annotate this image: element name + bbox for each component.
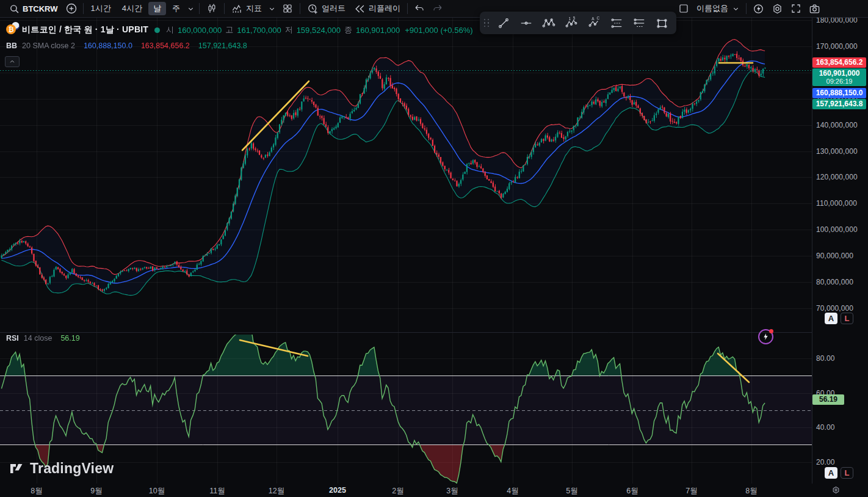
instant-order-button[interactable] bbox=[758, 329, 773, 344]
chevron-down-icon bbox=[269, 5, 275, 12]
low-label: 저 bbox=[285, 24, 293, 35]
indicator-value-badge: 157,921,643.8 bbox=[812, 99, 866, 109]
symbol-legend[interactable]: ₿ 비트코인 / 한국 원 · 1날 · UPBIT 시 160,000,000… bbox=[6, 24, 473, 36]
rectangle-tool-button[interactable] bbox=[650, 13, 673, 32]
layout-name-button[interactable]: 이름없음 bbox=[692, 1, 743, 16]
camera-icon bbox=[809, 3, 820, 15]
time-tick: 12월 bbox=[269, 486, 284, 496]
svg-text:1: 1 bbox=[568, 16, 571, 21]
elliott-impulse-wave-icon: 15 bbox=[565, 16, 578, 30]
separator bbox=[199, 3, 200, 14]
price-axis[interactable]: 180,000,000170,000,000160,000,000150,000… bbox=[812, 17, 868, 484]
auto-scale-button[interactable]: A bbox=[825, 313, 837, 324]
current-price-badge: 160,901,00009:26:19 bbox=[812, 68, 866, 86]
candlestick-icon bbox=[206, 3, 217, 14]
price-tick: 90,000,000 bbox=[816, 252, 853, 260]
elliott-impulse-wave-tool-button[interactable]: 15 bbox=[560, 13, 582, 32]
separator bbox=[224, 3, 225, 14]
abc-pattern-tool-button[interactable]: AC bbox=[582, 13, 605, 32]
change-value: +901,000 (+0.56%) bbox=[405, 26, 472, 35]
grid-layout-button[interactable] bbox=[278, 1, 297, 16]
timeframe-button-주[interactable]: 주 bbox=[167, 2, 185, 15]
time-tick: 7월 bbox=[685, 486, 697, 496]
timeframe-button-날[interactable]: 날 bbox=[148, 2, 166, 15]
replay-button[interactable]: 리플레이 bbox=[350, 1, 405, 16]
svg-text:A: A bbox=[591, 16, 595, 21]
long-position-tool-button[interactable] bbox=[605, 13, 627, 32]
fullscreen-button[interactable] bbox=[787, 1, 805, 16]
price-chart-canvas[interactable] bbox=[0, 17, 812, 484]
separator bbox=[83, 3, 84, 14]
rectangle-icon bbox=[655, 16, 668, 30]
symbol-name: BTCKRW bbox=[23, 4, 58, 13]
indicator-templates-button[interactable] bbox=[266, 1, 278, 16]
badge-price: 163,854,656.2 bbox=[816, 58, 863, 67]
gear-icon bbox=[772, 3, 783, 15]
bb-indicator-legend[interactable]: BB 20 SMA close 2 160,888,150.0 163,854,… bbox=[6, 42, 247, 50]
search-icon bbox=[9, 4, 20, 14]
time-tick: 5월 bbox=[566, 486, 577, 496]
settings-button[interactable] bbox=[768, 1, 787, 16]
time-axis[interactable]: 8월9월10월11월12월20252월3월4월5월6월7월8월 bbox=[0, 484, 868, 497]
drag-handle[interactable] bbox=[482, 17, 491, 29]
toolbar-left-group: BTCKRW 1시간4시간날주 지표 얼러트 bbox=[0, 0, 447, 17]
single-layout-icon bbox=[678, 3, 689, 14]
rsi-log-scale-button[interactable]: L bbox=[841, 467, 853, 479]
price-tick: 130,000,000 bbox=[816, 147, 858, 156]
timeframe-button-1시간[interactable]: 1시간 bbox=[86, 2, 116, 15]
undo-button[interactable] bbox=[410, 1, 429, 16]
bb-basis-value: 160,888,150.0 bbox=[84, 42, 132, 50]
bar-countdown: 09:26:19 bbox=[812, 78, 866, 86]
timeframe-button-4시간[interactable]: 4시간 bbox=[117, 2, 147, 15]
alert-button[interactable]: 얼러트 bbox=[303, 1, 350, 16]
rsi-tick: 20.00 bbox=[816, 458, 835, 466]
replay-label: 리플레이 bbox=[369, 3, 400, 14]
svg-text:5: 5 bbox=[573, 16, 575, 20]
rsi-auto-scale-button[interactable]: A bbox=[825, 467, 837, 479]
time-tick: 11월 bbox=[209, 486, 225, 496]
compare-add-button[interactable] bbox=[62, 1, 81, 16]
layout-select-button[interactable] bbox=[675, 1, 692, 16]
time-axis-settings-button[interactable] bbox=[831, 485, 841, 497]
timeframe-group: 1시간4시간날주 bbox=[86, 2, 185, 15]
redo-button[interactable] bbox=[429, 1, 447, 16]
price-scale-mode-group: A L bbox=[825, 313, 853, 324]
chevron-down-icon bbox=[187, 5, 194, 12]
bb-params: 20 SMA close 2 bbox=[22, 42, 75, 50]
horizontal-line-tool-button[interactable] bbox=[515, 13, 537, 32]
xabcd-pattern-tool-button[interactable] bbox=[537, 13, 560, 32]
timeframe-menu-button[interactable] bbox=[185, 1, 197, 16]
symbol-search-button[interactable]: BTCKRW bbox=[5, 1, 62, 16]
grid-icon bbox=[282, 3, 293, 14]
time-tick: 9월 bbox=[90, 486, 102, 496]
bitcoin-icon: ₿ bbox=[6, 24, 18, 36]
price-tick: 70,000,000 bbox=[816, 304, 853, 313]
badge-price: 160,901,000 bbox=[819, 69, 860, 78]
tradingview-logo[interactable]: TradingView bbox=[9, 460, 114, 477]
collapse-legend-button[interactable] bbox=[5, 56, 20, 67]
rsi-value: 56.19 bbox=[60, 334, 79, 343]
log-scale-button[interactable]: L bbox=[841, 313, 853, 324]
xabcd-pattern-icon bbox=[542, 16, 555, 30]
indicators-icon bbox=[231, 3, 243, 15]
trend-line-tool-button[interactable] bbox=[492, 13, 515, 32]
tradingview-mark-icon bbox=[9, 460, 25, 477]
short-position-icon bbox=[632, 16, 646, 30]
time-tick: 3월 bbox=[446, 486, 458, 496]
short-position-tool-button[interactable] bbox=[627, 13, 650, 32]
chevron-down-icon bbox=[732, 5, 739, 12]
rsi-params: 14 close bbox=[24, 334, 52, 343]
svg-text:C: C bbox=[596, 16, 599, 20]
time-tick: 8월 bbox=[31, 486, 42, 496]
quick-search-button[interactable] bbox=[749, 1, 768, 16]
price-tick: 100,000,000 bbox=[816, 225, 858, 234]
snapshot-button[interactable] bbox=[805, 1, 824, 16]
symbol-title: 비트코인 / 한국 원 · 1날 · UPBIT bbox=[22, 24, 148, 35]
rsi-scale-mode-group: A L bbox=[825, 467, 853, 479]
indicators-button[interactable]: 지표 bbox=[227, 1, 266, 16]
time-tick: 2025 bbox=[329, 486, 346, 495]
time-tick: 8월 bbox=[745, 486, 757, 496]
chart-style-button[interactable] bbox=[202, 1, 222, 16]
rsi-indicator-legend[interactable]: RSI 14 close 56.19 bbox=[6, 334, 80, 343]
fullscreen-icon bbox=[790, 3, 801, 14]
